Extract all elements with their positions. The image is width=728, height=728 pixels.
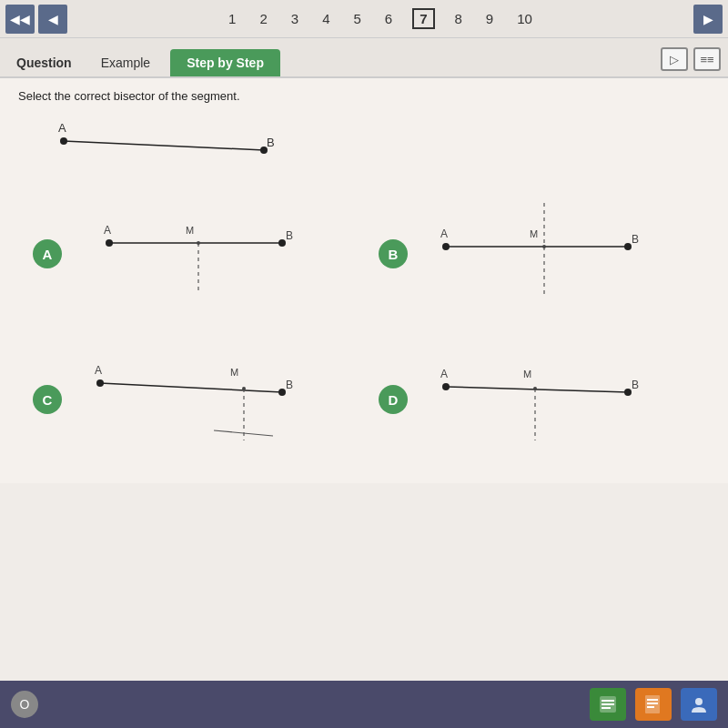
option-b-diagram: A B M — [419, 199, 673, 308]
svg-rect-45 — [647, 706, 654, 708]
taskbar: O — [0, 681, 728, 728]
option-b-label[interactable]: B — [379, 239, 408, 268]
svg-text:M: M — [523, 369, 531, 379]
svg-text:A: A — [440, 228, 448, 240]
question-text: Select the correct bisector of the segme… — [18, 89, 710, 103]
option-c-cell[interactable]: C A B M — [18, 327, 364, 472]
svg-text:A: A — [440, 368, 448, 380]
page-10[interactable]: 10 — [513, 9, 536, 28]
svg-point-46 — [695, 698, 703, 705]
svg-text:A: A — [104, 224, 111, 237]
svg-text:M: M — [530, 228, 538, 239]
svg-rect-43 — [647, 699, 658, 701]
page-4[interactable]: 4 — [318, 9, 333, 28]
svg-point-16 — [624, 243, 632, 250]
next-page-button[interactable]: ▶ — [693, 5, 723, 34]
tab-icon-group: ▷ ≡≡ — [661, 47, 721, 71]
option-d-label[interactable]: D — [379, 385, 408, 414]
svg-point-37 — [533, 387, 537, 390]
grid-button[interactable]: ≡≡ — [693, 47, 721, 71]
page-6[interactable]: 6 — [381, 9, 396, 28]
svg-rect-39 — [602, 700, 614, 702]
page-7[interactable]: 7 — [412, 8, 434, 29]
svg-text:B: B — [632, 233, 639, 246]
taskbar-orange-button[interactable] — [635, 688, 672, 721]
svg-rect-44 — [647, 703, 658, 704]
option-a-cell[interactable]: A A B M — [18, 181, 364, 327]
svg-point-33 — [624, 389, 632, 396]
play-button[interactable]: ▷ — [661, 47, 688, 71]
svg-rect-40 — [602, 703, 614, 705]
taskbar-green-button[interactable] — [590, 688, 626, 721]
svg-line-23 — [100, 383, 282, 392]
svg-rect-41 — [602, 707, 611, 709]
svg-point-24 — [278, 389, 286, 396]
option-a-diagram: A B M — [73, 199, 328, 308]
svg-text:B: B — [267, 136, 275, 149]
svg-text:M: M — [230, 367, 238, 378]
options-grid: A A B M B — [18, 181, 710, 472]
tab-example[interactable]: Example — [85, 49, 167, 76]
svg-point-20 — [542, 245, 546, 248]
page-9[interactable]: 9 — [482, 9, 497, 28]
option-b-cell[interactable]: B A B M — [364, 181, 710, 327]
first-page-button[interactable]: ◀◀ — [5, 5, 35, 34]
page-3[interactable]: 3 — [288, 9, 302, 28]
prev-page-button[interactable]: ◀ — [38, 5, 67, 34]
svg-text:B: B — [286, 379, 293, 391]
svg-text:B: B — [632, 379, 639, 391]
page-numbers: 1 2 3 4 5 6 7 8 9 10 — [69, 8, 692, 29]
option-c-diagram: A B M — [73, 345, 328, 454]
taskbar-circle-button[interactable]: O — [11, 691, 38, 718]
tab-step-by-step[interactable]: Step by Step — [170, 49, 280, 76]
svg-point-12 — [197, 241, 200, 245]
problem-segment: A B — [46, 112, 710, 167]
taskbar-blue-button[interactable] — [681, 688, 717, 721]
svg-point-8 — [278, 239, 286, 247]
svg-line-2 — [64, 141, 264, 150]
svg-text:M: M — [186, 225, 194, 236]
page-8[interactable]: 8 — [451, 9, 466, 28]
svg-text:B: B — [286, 229, 293, 242]
tabs-row: Question Example Step by Step ▷ ≡≡ — [0, 38, 728, 78]
option-d-diagram: A B M — [419, 345, 673, 454]
svg-line-32 — [446, 387, 628, 392]
top-navigation: ◀◀ ◀ 1 2 3 4 5 6 7 8 9 10 ▶ — [0, 0, 728, 38]
svg-text:A: A — [95, 364, 102, 377]
page-1[interactable]: 1 — [225, 9, 239, 28]
option-d-cell[interactable]: D A B M — [364, 327, 710, 472]
page-2[interactable]: 2 — [256, 9, 270, 28]
svg-text:A: A — [58, 121, 66, 135]
option-c-label[interactable]: C — [33, 385, 62, 414]
option-a-label[interactable]: A — [33, 239, 62, 268]
main-content: Select the correct bisector of the segme… — [0, 78, 728, 483]
page-5[interactable]: 5 — [349, 9, 364, 28]
svg-point-29 — [242, 387, 246, 390]
question-label: Question — [7, 49, 81, 76]
